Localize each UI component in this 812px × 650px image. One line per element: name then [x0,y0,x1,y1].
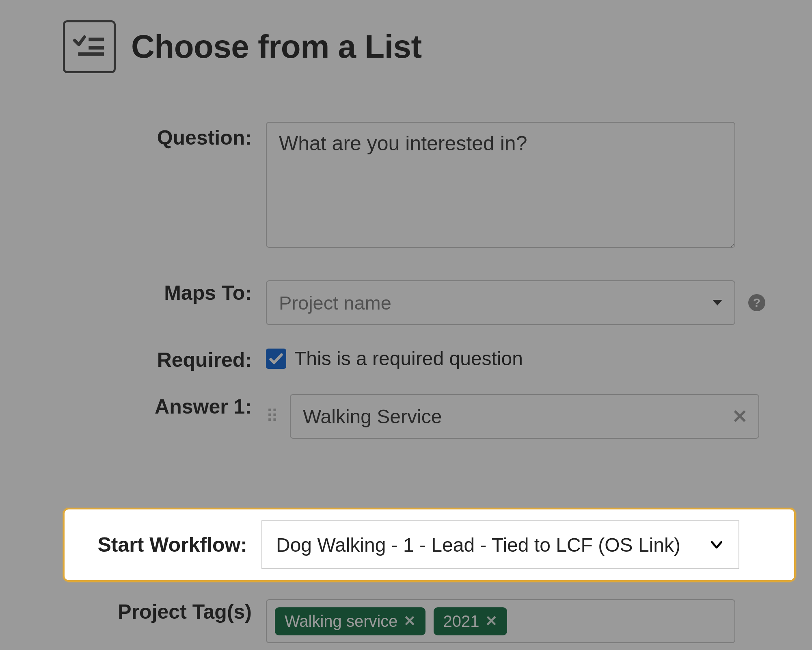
chevron-down-icon [713,300,722,306]
row-maps-to: Maps To: Project name ? [39,280,798,325]
question-label: Question: [63,122,266,150]
remove-answer-icon[interactable]: ✕ [732,405,748,427]
answer-1-label: Answer 1: [63,394,266,418]
maps-to-value: Project name [279,292,391,314]
svg-rect-1 [89,46,104,50]
maps-to-select[interactable]: Project name [266,280,735,325]
panel-header: Choose from a List [39,20,798,73]
tag-label: Walking service [285,612,398,630]
row-answer-1: Answer 1: ⠿ ✕ [39,394,798,439]
remove-tag-icon[interactable]: ✕ [404,613,416,630]
drag-handle-icon[interactable]: ⠿ [266,412,280,420]
required-label: Required: [63,347,266,372]
tag-label: 2021 [443,612,479,630]
project-tags-label: Project Tag(s) [63,599,266,624]
row-question: Question: [39,122,798,248]
remove-tag-icon[interactable]: ✕ [485,613,497,630]
tag-pill: Walking service ✕ [275,607,425,635]
row-required: Required: This is a required question [39,347,798,372]
start-workflow-select[interactable]: Dog Walking - 1 - Lead - Tied to LCF (OS… [261,520,739,569]
start-workflow-label: Start Workflow: [65,533,261,557]
tag-pill: 2021 ✕ [434,607,507,635]
answer-1-input[interactable] [290,394,759,439]
panel-title: Choose from a List [131,28,422,65]
project-tags-input[interactable]: Walking service ✕ 2021 ✕ [266,599,735,643]
question-input[interactable] [266,122,735,248]
row-project-tags: Project Tag(s) Walking service ✕ 2021 ✕ [63,599,782,643]
required-checkbox[interactable] [266,349,286,369]
chevron-down-icon [708,537,725,553]
svg-rect-0 [89,38,104,41]
svg-rect-2 [78,52,104,56]
maps-to-label: Maps To: [63,280,266,305]
start-workflow-value: Dog Walking - 1 - Lead - Tied to LCF (OS… [276,534,680,556]
required-text: This is a required question [294,347,523,370]
start-workflow-highlight: Start Workflow: Dog Walking - 1 - Lead -… [63,508,796,582]
checklist-icon [63,20,116,73]
help-icon[interactable]: ? [748,294,765,311]
